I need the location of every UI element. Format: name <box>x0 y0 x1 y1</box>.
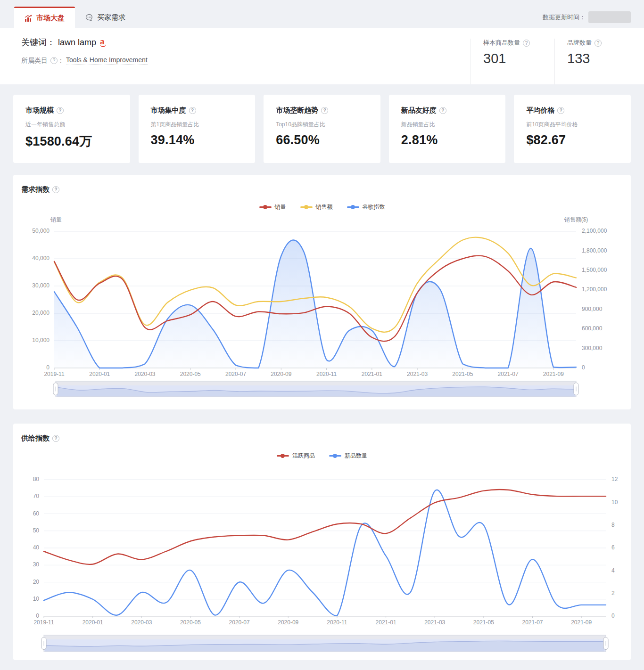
legend-label: 新品数量 <box>345 452 367 460</box>
supply-datazoom-handle-left[interactable] <box>41 637 46 650</box>
card-title: 平均价格 <box>526 106 554 115</box>
supply-datazoom-handle-right[interactable] <box>603 637 608 650</box>
svg-text:8: 8 <box>611 522 615 528</box>
legend-label: 谷歌指数 <box>363 203 385 211</box>
svg-text:0: 0 <box>582 364 585 371</box>
help-icon[interactable]: ? <box>523 40 530 47</box>
legend-label: 活跃商品 <box>292 452 315 460</box>
svg-text:2021-03: 2021-03 <box>424 619 445 626</box>
svg-text:2020-03: 2020-03 <box>131 619 152 626</box>
svg-text:2021-01: 2021-01 <box>362 371 382 377</box>
update-time-redacted <box>588 11 631 23</box>
svg-text:2020-05: 2020-05 <box>180 371 201 377</box>
svg-text:2021-09: 2021-09 <box>571 619 592 626</box>
svg-text:6: 6 <box>611 544 615 551</box>
legend-item[interactable]: 销售额 <box>300 203 333 211</box>
card-subtitle: 第1页商品销量占比 <box>151 121 243 129</box>
card-subtitle: 前10页商品平均价格 <box>526 121 619 129</box>
help-icon[interactable]: ? <box>57 107 64 114</box>
demand-index-title: 需求指数 <box>21 185 50 194</box>
legend-marker-icon <box>259 206 272 208</box>
tab-buyer-demand-label: 买家需求 <box>97 13 125 22</box>
svg-text:600,000: 600,000 <box>582 325 603 332</box>
legend-label: 销售额 <box>316 203 333 211</box>
card-subtitle: 近一年销售总额 <box>25 121 118 129</box>
svg-text:50: 50 <box>33 527 40 534</box>
help-icon[interactable]: ? <box>439 107 446 114</box>
legend-item[interactable]: 销量 <box>259 203 286 211</box>
svg-text:2020-11: 2020-11 <box>316 371 337 377</box>
svg-text:0: 0 <box>36 613 39 619</box>
svg-text:2021-01: 2021-01 <box>376 619 396 626</box>
help-icon[interactable]: ? <box>321 107 328 114</box>
card-value: $1580.64万 <box>25 133 118 150</box>
amazon-icon: a <box>100 36 105 47</box>
help-icon[interactable]: ? <box>50 57 58 64</box>
stat-sample-products: 样本商品数量 ? 301 <box>471 39 541 84</box>
svg-text:2021-03: 2021-03 <box>407 371 428 377</box>
tab-market-overview[interactable]: 市场大盘 <box>14 7 75 28</box>
legend-marker-icon <box>347 206 359 208</box>
card-monopoly-trend: 市场垄断趋势? Top10品牌销量占比 66.50% <box>264 95 380 163</box>
legend-item[interactable]: 新品数量 <box>329 452 367 460</box>
legend-marker-icon <box>300 206 313 208</box>
help-icon[interactable]: ? <box>52 186 59 193</box>
category-label: 所属类目 <box>21 57 48 65</box>
svg-text:2019-11: 2019-11 <box>33 619 54 626</box>
keyword-header-panel: 关键词： lawn lamp a 所属类目 ? ： Tools & Home I… <box>0 28 644 84</box>
svg-text:2021-09: 2021-09 <box>543 371 564 377</box>
card-title: 市场集中度 <box>151 106 186 115</box>
svg-text:2019-11: 2019-11 <box>44 371 64 377</box>
stat-brand-count-value: 133 <box>567 51 625 66</box>
svg-text:2020-01: 2020-01 <box>83 619 103 626</box>
legend-marker-icon <box>329 455 341 457</box>
card-title: 市场规模 <box>25 106 54 115</box>
legend-item[interactable]: 活跃商品 <box>277 452 315 460</box>
svg-text:300,000: 300,000 <box>582 345 603 351</box>
svg-text:2020-11: 2020-11 <box>327 619 347 626</box>
card-title: 新品友好度 <box>401 106 437 115</box>
category-link[interactable]: Tools & Home Improvement <box>66 56 148 65</box>
card-subtitle: Top10品牌销量占比 <box>276 121 368 129</box>
supply-datazoom-slider[interactable] <box>41 635 608 652</box>
svg-text:20: 20 <box>33 579 40 585</box>
svg-text:80: 80 <box>33 476 40 482</box>
help-icon[interactable]: ? <box>52 435 59 442</box>
help-icon[interactable]: ? <box>189 107 196 114</box>
svg-text:70: 70 <box>33 493 40 499</box>
demand-datazoom-handle-right[interactable] <box>574 383 578 395</box>
card-market-size: 市场规模? 近一年销售总额 $1580.64万 <box>13 95 130 163</box>
supply-index-title: 供给指数 <box>21 434 50 443</box>
category-colon: ： <box>58 57 64 65</box>
svg-text:10: 10 <box>611 499 618 506</box>
svg-text:2020-09: 2020-09 <box>278 619 298 626</box>
legend-item[interactable]: 谷歌指数 <box>347 203 385 211</box>
svg-text:40,000: 40,000 <box>32 255 50 261</box>
data-update-time-label: 数据更新时间： <box>543 13 586 22</box>
metric-cards: 市场规模? 近一年销售总额 $1580.64万 市场集中度? 第1页商品销量占比… <box>13 95 631 163</box>
help-icon[interactable]: ? <box>557 107 564 114</box>
svg-text:2020-05: 2020-05 <box>180 619 201 626</box>
svg-text:1,800,000: 1,800,000 <box>582 247 607 254</box>
svg-text:2021-05: 2021-05 <box>452 371 473 377</box>
stat-sample-products-value: 301 <box>483 51 541 66</box>
stat-brand-count: 品牌数量 ? 133 <box>554 39 625 84</box>
svg-text:50,000: 50,000 <box>32 228 50 234</box>
card-value: $82.67 <box>526 133 619 147</box>
help-icon[interactable]: ? <box>594 40 602 47</box>
svg-text:销量: 销量 <box>50 216 62 223</box>
demand-datazoom-handle-left[interactable] <box>53 383 58 395</box>
svg-text:40: 40 <box>33 544 40 551</box>
stat-sample-products-label: 样本商品数量 <box>483 39 520 47</box>
svg-text:10,000: 10,000 <box>32 337 50 343</box>
card-value: 2.81% <box>401 133 494 147</box>
svg-text:2020-01: 2020-01 <box>89 371 110 377</box>
demand-datazoom-slider[interactable] <box>53 381 578 397</box>
tab-buyer-demand[interactable]: 买家需求 <box>75 7 136 28</box>
svg-text:2021-07: 2021-07 <box>498 371 519 377</box>
supply-legend: 活跃商品新品数量 <box>13 452 631 460</box>
legend-marker-icon <box>277 455 289 457</box>
card-value: 39.14% <box>151 133 243 147</box>
svg-text:1,200,000: 1,200,000 <box>582 286 607 293</box>
demand-index-panel: 需求指数? 销量销售额谷歌指数 50,00040,00030,00020,000… <box>13 175 631 409</box>
